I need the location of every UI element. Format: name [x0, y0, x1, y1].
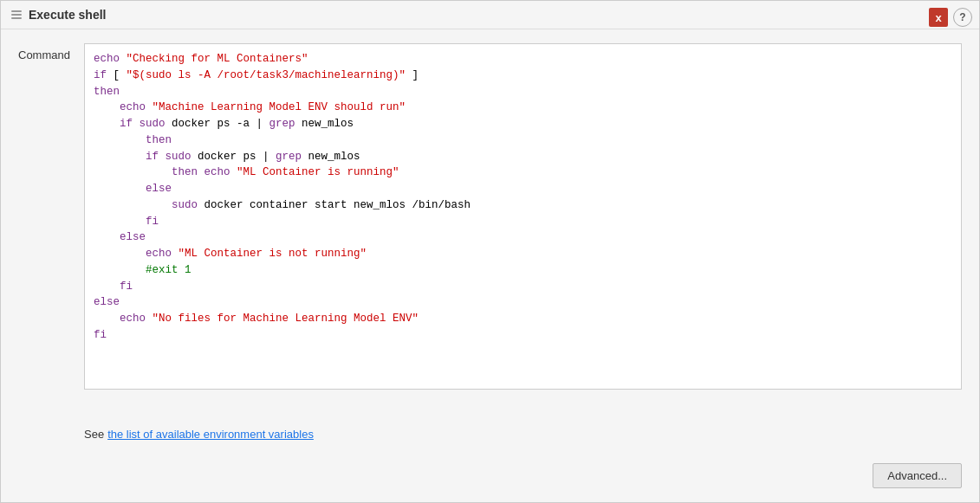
- drag-handle[interactable]: [11, 10, 22, 19]
- title-right: x ?: [929, 8, 972, 27]
- help-button[interactable]: ?: [953, 8, 972, 27]
- command-display[interactable]: echo "Checking for ML Containers" if [ "…: [84, 43, 962, 390]
- footer-row: See the list of available environment va…: [18, 428, 962, 441]
- code-area-wrapper: echo "Checking for ML Containers" if [ "…: [84, 43, 962, 390]
- form-row: Command echo "Checking for ML Containers…: [18, 43, 962, 419]
- command-label: Command: [18, 43, 70, 61]
- title-left: Execute shell: [11, 8, 107, 22]
- close-button[interactable]: x: [929, 8, 948, 27]
- action-row: Advanced...: [1, 455, 979, 502]
- dialog-content: Command echo "Checking for ML Containers…: [1, 29, 979, 455]
- advanced-button[interactable]: Advanced...: [873, 463, 962, 488]
- env-vars-link[interactable]: the list of available environment variab…: [107, 428, 314, 441]
- execute-shell-dialog: Execute shell x ? Command echo "Checking…: [0, 0, 980, 503]
- dialog-title: Execute shell: [29, 8, 107, 22]
- footer-prefix: See: [84, 428, 104, 441]
- title-bar: Execute shell x ?: [1, 1, 979, 29]
